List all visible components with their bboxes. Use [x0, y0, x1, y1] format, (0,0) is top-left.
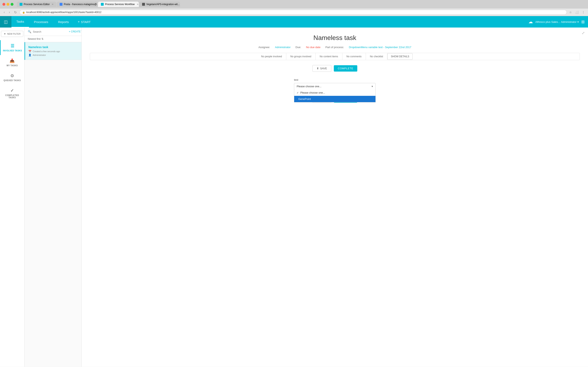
- tab1-close[interactable]: ✕: [52, 3, 53, 6]
- user-info[interactable]: Alfresco plus Sales... Administrator ▾: [535, 20, 579, 24]
- sidebar-item-completed[interactable]: ✓ COMPLETED TASKS: [0, 85, 24, 102]
- due-label: Due:: [295, 46, 301, 49]
- dropdown-wrapper[interactable]: Please choose one... ▾ ✓ Please choose o…: [294, 83, 376, 90]
- search-input[interactable]: [33, 30, 67, 33]
- task-meta-bar: Assignee: Administrator Due: No due date…: [90, 46, 580, 49]
- browser-tab-3[interactable]: Process Services Workflow ✕: [98, 2, 139, 7]
- task-item-created: 📅 Created a few seconds ago: [28, 50, 78, 53]
- part-of-process-label: Part of process:: [325, 46, 344, 49]
- form-area: test Please choose one... ▾ ✓ Please cho…: [294, 78, 376, 103]
- dropdown-selected[interactable]: Please choose one... ▾: [294, 83, 375, 90]
- filter-icon: ▼: [4, 33, 6, 35]
- task-info-comments: No comments: [342, 53, 366, 60]
- menu-icon[interactable]: ⋮: [581, 10, 586, 14]
- sidebar-item-my-tasks[interactable]: 📥 MY TASKS: [0, 55, 24, 70]
- new-filter-button[interactable]: ▼ NEW FILTER: [1, 31, 23, 37]
- save-label-top: SAVE: [320, 67, 327, 70]
- calendar-icon: 📅: [28, 50, 31, 53]
- tab3-close[interactable]: ✕: [137, 3, 139, 6]
- task-item-created-text: Created a few seconds ago: [33, 50, 60, 53]
- task-item-assignee-text: Administrator: [33, 54, 46, 56]
- start-label: START: [81, 20, 91, 24]
- sort-icon: ⇅: [42, 38, 43, 40]
- task-title: Nameless task: [90, 34, 580, 42]
- nav-processes-label: Processes: [34, 20, 48, 24]
- nav-tasks-label: Tasks: [16, 20, 24, 23]
- involved-tasks-label: INVOLVED TASKS: [3, 50, 22, 52]
- dropdown-option-genepoint[interactable]: GenePoint: [294, 96, 375, 102]
- task-info-checklist: No checklist: [366, 53, 388, 60]
- tab3-icon: [101, 3, 104, 6]
- dropdown-arrow-icon: ▾: [372, 85, 373, 88]
- show-details-button[interactable]: SHOW DETAILS: [387, 53, 413, 60]
- close-dot[interactable]: [2, 3, 5, 6]
- save-icon-top: ⬆: [317, 67, 319, 70]
- my-tasks-label: MY TASKS: [7, 64, 18, 67]
- forward-button[interactable]: ›: [8, 10, 11, 15]
- address-bar[interactable]: 🔒 localhost:8080/activiti-app/workflow/#…: [20, 10, 567, 15]
- tab3-label: Process Services Workflow: [105, 3, 135, 6]
- extensions-icon[interactable]: ⬜: [574, 10, 579, 14]
- url-text: localhost:8080/activiti-app/workflow/#/a…: [26, 11, 102, 14]
- involved-tasks-icon: ☰: [11, 43, 15, 48]
- tab1-icon: [20, 3, 22, 6]
- browser-tab-2[interactable]: Posta - francesco.malagrino@... ✕: [57, 2, 98, 7]
- plus-icon: +: [78, 20, 80, 24]
- completed-tasks-icon: ✓: [10, 88, 14, 93]
- dropdown-option-genepoint-label: GenePoint: [298, 98, 311, 100]
- task-item[interactable]: Nameless task 📅 Created a few seconds ag…: [25, 42, 81, 60]
- task-info-people: No people involved: [257, 53, 286, 60]
- minimize-dot[interactable]: [7, 3, 9, 6]
- nav-reports[interactable]: Reports: [53, 16, 74, 27]
- nav-reports-label: Reports: [58, 20, 69, 24]
- browser-titlebar: Process Services Editor ✕ Posta - france…: [0, 0, 588, 8]
- task-info-content: No content items: [316, 53, 342, 60]
- complete-button-top[interactable]: COMPLETE: [334, 65, 357, 72]
- sidebar-item-involved[interactable]: ☰ INVOLVED TASKS: [0, 40, 24, 55]
- dropdown-option-placeholder[interactable]: ✓ Please choose one...: [294, 90, 375, 96]
- nav-tasks[interactable]: Tasks: [11, 16, 29, 27]
- bookmark-icon[interactable]: ☆: [568, 10, 573, 14]
- tab2-label: Posta - francesco.malagrino@...: [64, 3, 98, 6]
- lock-icon: 🔒: [22, 11, 25, 14]
- completed-tasks-label: COMPLETED TASKS: [2, 94, 23, 99]
- part-of-process-value[interactable]: DropdownMenu variable test - September 2…: [349, 46, 411, 49]
- task-list-sort[interactable]: Newest first ⇅: [25, 36, 81, 42]
- app-name: Alfresco plus Sales...: [535, 20, 560, 24]
- app-logo[interactable]: ◫: [0, 16, 11, 27]
- start-button[interactable]: + START: [74, 16, 95, 27]
- task-item-title: Nameless task: [28, 45, 78, 49]
- due-value[interactable]: No due date: [306, 46, 320, 49]
- apps-grid-icon[interactable]: ⊞: [581, 19, 585, 24]
- app-nav: Tasks Processes Reports + START: [11, 16, 528, 27]
- refresh-button[interactable]: ↻: [13, 10, 18, 15]
- nav-processes[interactable]: Processes: [29, 16, 53, 27]
- checkmark-icon: ✓: [297, 91, 299, 94]
- tab4-label: Vegetam/APS-integration-wit...: [146, 3, 180, 6]
- user-dropdown-icon: ▾: [577, 20, 579, 24]
- main-content: ⤢ Nameless task Assignee: Administrator …: [82, 27, 588, 367]
- dropdown-menu: ✓ Please choose one... GenePoint: [294, 90, 376, 102]
- app-header: ◫ Tasks Processes Reports + START ☁ Alfr…: [0, 16, 588, 27]
- task-item-assignee: 👤 Administrator: [28, 54, 78, 57]
- assignee-value[interactable]: Administrator: [275, 46, 291, 49]
- task-list-items: Nameless task 📅 Created a few seconds ag…: [25, 42, 81, 367]
- browser-tabs: Process Services Editor ✕ Posta - france…: [17, 2, 586, 7]
- task-list-header: 🔍 + CREATE TASK: [25, 27, 81, 36]
- my-tasks-icon: 📥: [9, 58, 15, 63]
- sidebar: ▼ NEW FILTER ☰ INVOLVED TASKS 📥 MY TASKS…: [0, 27, 25, 367]
- expand-icon[interactable]: ⤢: [582, 31, 585, 35]
- browser-chrome: Process Services Editor ✕ Posta - france…: [0, 0, 588, 16]
- tab2-icon: [60, 3, 62, 6]
- save-button-top[interactable]: ⬆ SAVE: [312, 65, 331, 72]
- browser-dots: [2, 3, 13, 6]
- logo-icon: ◫: [4, 19, 8, 24]
- back-button[interactable]: ‹: [2, 10, 6, 15]
- tab1-label: Process Services Editor: [24, 3, 50, 6]
- browser-tab-4[interactable]: Vegetam/APS-integration-wit... ✕: [139, 2, 180, 7]
- task-actions-top: ⬆ SAVE COMPLETE: [90, 65, 580, 72]
- browser-tab-1[interactable]: Process Services Editor ✕: [17, 2, 56, 7]
- search-icon: 🔍: [28, 30, 31, 33]
- sidebar-item-queued[interactable]: ⊙ QUEUED TASKS: [0, 70, 24, 85]
- maximize-dot[interactable]: [11, 3, 13, 6]
